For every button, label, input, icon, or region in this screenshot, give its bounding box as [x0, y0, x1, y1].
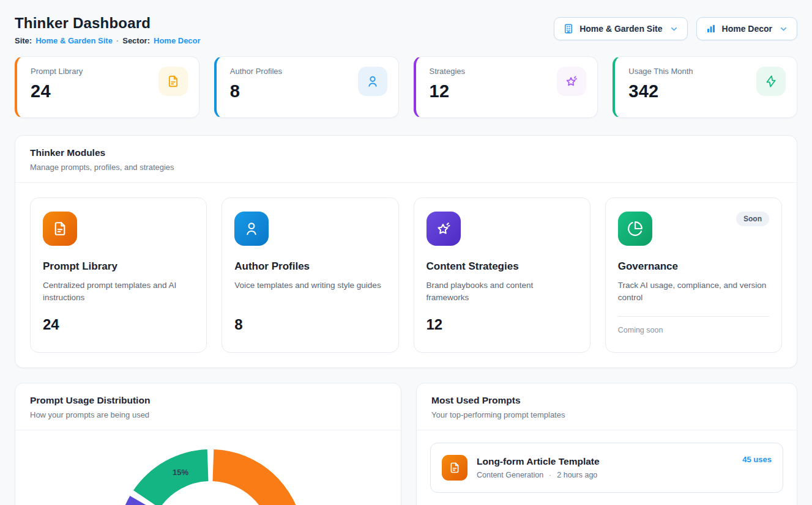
usage-subtitle: How your prompts are being used — [30, 410, 386, 419]
prompt-list-item[interactable]: Long-form Article Template Content Gener… — [430, 443, 783, 493]
module-top-row: Soon — [618, 212, 769, 246]
modules-subtitle: Manage prompts, profiles, and strategies — [30, 163, 782, 172]
stat-label: Strategies — [430, 67, 466, 76]
module-title: Content Strategies — [426, 260, 578, 273]
modules-grid: Prompt Library Centralized prompt templa… — [15, 183, 797, 367]
modules-header: Thinker Modules Manage prompts, profiles… — [15, 136, 797, 183]
stat-text: Prompt Library 24 — [31, 67, 83, 101]
donut-chart-svg: 15% — [15, 430, 401, 505]
site-selector-dropdown[interactable]: Home & Garden Site — [554, 17, 687, 40]
module-description: Centralized prompt templates and AI inst… — [43, 279, 194, 305]
module-title: Prompt Library — [43, 260, 194, 273]
site-label: Site: — [15, 36, 32, 45]
stat-label: Prompt Library — [31, 67, 83, 76]
prompt-category: Content Generation — [477, 471, 543, 479]
bar-chart-icon — [706, 23, 717, 34]
module-stat: 8 — [234, 316, 386, 333]
module-stat: 24 — [43, 316, 194, 333]
page-header: Thinker Dashboard Site: Home & Garden Si… — [15, 15, 797, 45]
module-stat: 12 — [426, 316, 578, 333]
usage-distribution-panel: Prompt Usage Distribution How your promp… — [15, 383, 401, 505]
prompt-info: Long-form Article Template Content Gener… — [477, 456, 733, 479]
sector-link[interactable]: Home Decor — [154, 36, 201, 45]
soon-badge: Soon — [736, 212, 769, 226]
donut-segment-green — [133, 449, 209, 505]
usage-title: Prompt Usage Distribution — [30, 395, 386, 406]
breadcrumb: Site: Home & Garden Site · Sector: Home … — [15, 36, 201, 45]
donut-chart: 15% — [15, 430, 401, 505]
sector-selector-label: Home Decor — [722, 24, 772, 34]
document-icon — [158, 67, 188, 96]
stat-card-usage: Usage This Month 342 — [613, 56, 797, 118]
pie-chart-icon — [618, 212, 652, 246]
stat-value: 8 — [230, 81, 282, 101]
thinker-modules-panel: Thinker Modules Manage prompts, profiles… — [15, 135, 797, 368]
sector-label: Sector: — [122, 36, 150, 45]
stat-card-prompt-library: Prompt Library 24 — [15, 56, 199, 118]
prompt-time: 2 hours ago — [557, 471, 597, 479]
module-card-author-profiles[interactable]: Author Profiles Voice templates and writ… — [222, 197, 398, 353]
document-icon — [442, 455, 467, 481]
zap-icon — [756, 67, 786, 96]
header-selectors: Home & Garden Site Home Decor — [554, 17, 797, 40]
stat-text: Strategies 12 — [430, 67, 466, 101]
stat-label: Usage This Month — [628, 67, 693, 76]
stat-value: 342 — [628, 81, 693, 101]
most-used-prompts-panel: Most Used Prompts Your top-performing pr… — [416, 383, 797, 505]
document-icon — [43, 212, 77, 246]
prompt-uses-count: 45 uses — [742, 455, 772, 464]
stat-text: Author Profiles 8 — [230, 67, 282, 101]
prompts-title: Most Used Prompts — [431, 395, 782, 406]
site-link[interactable]: Home & Garden Site — [35, 36, 113, 45]
user-icon — [234, 212, 269, 246]
stat-card-author-profiles: Author Profiles 8 — [214, 56, 399, 118]
donut-segment-label: 15% — [173, 468, 188, 477]
stat-value: 24 — [31, 81, 83, 101]
module-card-content-strategies[interactable]: Content Strategies Brand playbooks and c… — [414, 197, 590, 353]
module-title: Governance — [618, 260, 769, 273]
sector-selector-dropdown[interactable]: Home Decor — [696, 17, 797, 40]
module-description: Voice templates and writing style guides — [234, 279, 386, 305]
module-card-governance[interactable]: Soon Governance Track AI usage, complian… — [605, 197, 782, 353]
stat-cards-row: Prompt Library 24 Author Profiles 8 Stra… — [15, 56, 797, 118]
modules-title: Thinker Modules — [30, 147, 782, 158]
module-description: Track AI usage, compliance, and version … — [618, 279, 769, 305]
user-icon — [358, 67, 387, 96]
coming-soon-text: Coming soon — [618, 326, 769, 334]
stat-value: 12 — [430, 81, 466, 101]
sparkle-star-icon — [426, 212, 461, 246]
prompts-subtitle: Your top-performing prompt templates — [431, 410, 782, 419]
header-titles: Thinker Dashboard Site: Home & Garden Si… — [15, 15, 201, 45]
prompt-item-title: Long-form Article Template — [477, 456, 733, 467]
usage-header: Prompt Usage Distribution How your promp… — [15, 383, 401, 430]
donut-segment-orange — [213, 449, 304, 505]
site-selector-label: Home & Garden Site — [579, 24, 662, 34]
bottom-row: Prompt Usage Distribution How your promp… — [15, 383, 797, 505]
module-description: Brand playbooks and content frameworks — [426, 279, 578, 305]
divider — [618, 316, 769, 317]
sparkle-star-icon — [557, 67, 586, 96]
stat-text: Usage This Month 342 — [628, 67, 693, 101]
separator-dot: · — [116, 36, 119, 45]
module-title: Author Profiles — [234, 260, 386, 273]
building-icon — [563, 23, 574, 34]
stat-card-strategies: Strategies 12 — [414, 56, 598, 118]
prompt-item-meta: Content Generation · 2 hours ago — [477, 471, 733, 479]
chevron-down-icon — [779, 24, 788, 34]
prompts-header: Most Used Prompts Your top-performing pr… — [417, 383, 797, 430]
prompt-list: Long-form Article Template Content Gener… — [417, 430, 797, 505]
module-card-prompt-library[interactable]: Prompt Library Centralized prompt templa… — [30, 197, 207, 353]
stat-label: Author Profiles — [230, 67, 282, 76]
separator-dot: · — [549, 471, 551, 479]
dashboard-page: Thinker Dashboard Site: Home & Garden Si… — [0, 0, 812, 505]
page-title: Thinker Dashboard — [15, 15, 201, 32]
chevron-down-icon — [669, 24, 679, 34]
